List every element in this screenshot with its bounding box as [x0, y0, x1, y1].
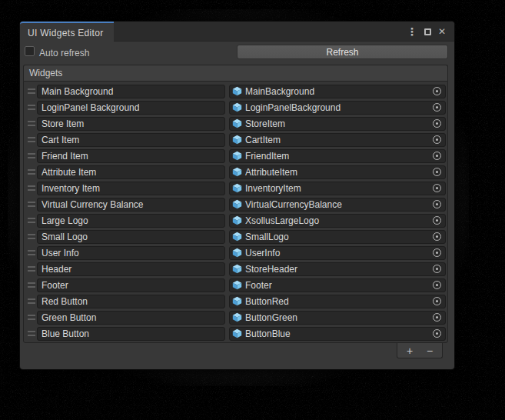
- drag-handle-icon[interactable]: [28, 266, 35, 272]
- drag-handle-icon[interactable]: [28, 105, 35, 110]
- widget-object-field[interactable]: UserInfo: [229, 246, 446, 260]
- drag-handle-icon[interactable]: [28, 331, 35, 336]
- widget-label-input[interactable]: [37, 117, 225, 131]
- drag-handle-icon[interactable]: [28, 153, 35, 158]
- widgets-list-header: Widgets: [23, 65, 448, 81]
- widget-label-input[interactable]: [37, 165, 225, 179]
- remove-widget-button[interactable]: −: [420, 344, 440, 358]
- widget-label-input[interactable]: [37, 295, 225, 308]
- widget-row: ButtonBlue: [24, 325, 447, 342]
- prefab-cube-icon: [232, 232, 242, 242]
- widget-object-field[interactable]: VirtualCurrencyBalance: [229, 198, 446, 212]
- object-picker-button[interactable]: [429, 295, 445, 308]
- drag-handle-icon[interactable]: [28, 202, 35, 207]
- drag-handle-icon[interactable]: [28, 250, 35, 255]
- maximize-icon[interactable]: [424, 28, 431, 35]
- widget-row: XsollusLargeLogo: [24, 212, 447, 228]
- object-picker-button[interactable]: [429, 231, 445, 243]
- object-picker-icon: [433, 168, 441, 176]
- object-picker-button[interactable]: [429, 85, 445, 98]
- widget-object-field[interactable]: InventoryItem: [229, 182, 446, 195]
- object-picker-button[interactable]: [429, 279, 445, 292]
- drag-handle-icon[interactable]: [28, 298, 35, 304]
- widget-label-input[interactable]: [37, 133, 225, 147]
- object-picker-icon: [433, 248, 441, 257]
- widget-label-input[interactable]: [37, 214, 225, 228]
- prefab-cube-icon: [232, 118, 242, 128]
- widget-object-field[interactable]: SmallLogo: [229, 230, 446, 244]
- object-picker-button[interactable]: [429, 166, 445, 178]
- widget-object-field[interactable]: StoreItem: [229, 117, 446, 131]
- drag-handle-icon[interactable]: [28, 185, 35, 191]
- drag-handle-icon[interactable]: [28, 137, 35, 142]
- prefab-cube-icon: [232, 264, 242, 274]
- widget-row: ButtonGreen: [24, 309, 447, 325]
- object-picker-icon: [433, 103, 441, 112]
- widget-object-field[interactable]: MainBackground: [229, 85, 446, 98]
- object-picker-icon: [433, 216, 441, 225]
- drag-handle-icon[interactable]: [28, 218, 35, 223]
- widget-row: FriendItem: [24, 148, 447, 164]
- object-picker-button[interactable]: [429, 247, 445, 259]
- prefab-cube-icon: [232, 296, 242, 306]
- prefab-cube-icon: [232, 183, 242, 193]
- widget-label-input[interactable]: [37, 246, 225, 260]
- object-picker-button[interactable]: [429, 134, 445, 146]
- object-picker-icon: [433, 152, 441, 160]
- widget-object-field[interactable]: XsollusLargeLogo: [229, 214, 446, 228]
- object-picker-button[interactable]: [429, 312, 445, 324]
- refresh-button[interactable]: Refresh: [237, 45, 448, 59]
- drag-handle-icon[interactable]: [28, 234, 35, 239]
- widget-label-input[interactable]: [37, 182, 225, 195]
- window-controls: ⋮ ✕: [407, 22, 446, 42]
- drag-handle-icon[interactable]: [28, 169, 35, 175]
- widget-label-input[interactable]: [37, 278, 225, 292]
- tab-ui-widgets-editor[interactable]: UI Widgets Editor: [20, 22, 114, 42]
- auto-refresh-checkbox[interactable]: [25, 46, 35, 56]
- widget-label-input[interactable]: [37, 101, 225, 115]
- widget-label-input[interactable]: [37, 85, 225, 98]
- widget-object-field[interactable]: AttributeItem: [229, 165, 446, 179]
- widget-object-field[interactable]: StoreHeader: [229, 262, 446, 276]
- widget-object-field[interactable]: CartItem: [229, 133, 446, 147]
- object-picker-button[interactable]: [429, 182, 445, 195]
- object-picker-button[interactable]: [429, 102, 445, 114]
- widget-object-field[interactable]: ButtonRed: [229, 295, 446, 308]
- widget-label-input[interactable]: [37, 311, 225, 325]
- object-picker-button[interactable]: [429, 328, 445, 340]
- widget-object-field[interactable]: ButtonGreen: [229, 311, 446, 325]
- widget-label-input[interactable]: [37, 327, 225, 341]
- prefab-cube-icon: [232, 248, 242, 258]
- widget-label-input[interactable]: [37, 149, 225, 163]
- widget-object-field[interactable]: FriendItem: [229, 149, 446, 163]
- widget-object-name: InventoryItem: [245, 183, 429, 194]
- object-picker-button[interactable]: [429, 215, 445, 227]
- ui-widgets-editor-window: UI Widgets Editor ⋮ ✕ Auto refresh Refre…: [20, 22, 454, 369]
- widget-label-input[interactable]: [37, 198, 225, 212]
- close-icon[interactable]: ✕: [438, 27, 446, 36]
- object-picker-icon: [433, 297, 441, 305]
- widget-object-name: CartItem: [245, 135, 429, 145]
- object-picker-button[interactable]: [429, 118, 445, 130]
- add-widget-button[interactable]: +: [400, 344, 420, 358]
- widget-object-field[interactable]: LoginPanelBackground: [229, 101, 446, 115]
- widget-object-name: LoginPanelBackground: [245, 102, 429, 113]
- object-picker-icon: [433, 184, 441, 192]
- object-picker-button[interactable]: [429, 263, 445, 275]
- widget-object-name: FriendItem: [245, 151, 429, 162]
- drag-handle-icon[interactable]: [28, 315, 35, 320]
- widget-row: AttributeItem: [24, 164, 447, 180]
- drag-handle-icon[interactable]: [28, 121, 35, 126]
- refresh-button-label: Refresh: [326, 47, 358, 58]
- widget-label-input[interactable]: [37, 262, 225, 276]
- widget-row: InventoryItem: [24, 180, 447, 196]
- object-picker-button[interactable]: [429, 198, 445, 211]
- widget-label-input[interactable]: [37, 230, 225, 244]
- widget-object-field[interactable]: ButtonBlue: [229, 327, 446, 341]
- kebab-menu-icon[interactable]: ⋮: [407, 26, 417, 37]
- object-picker-icon: [433, 232, 441, 241]
- drag-handle-icon[interactable]: [28, 282, 35, 288]
- drag-handle-icon[interactable]: [28, 88, 35, 94]
- widget-object-field[interactable]: Footer: [229, 278, 446, 292]
- object-picker-button[interactable]: [429, 150, 445, 162]
